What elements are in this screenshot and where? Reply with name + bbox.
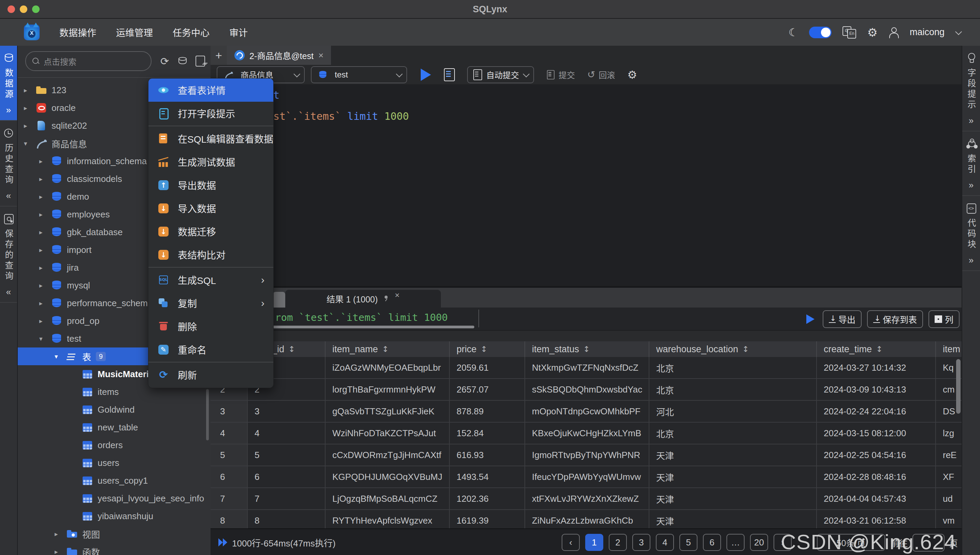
table-cell[interactable]: WziNhFoDTaKZCTPsAJut bbox=[325, 423, 450, 444]
table-cell[interactable]: IgmoRTtvpByTNpYWhPNR bbox=[525, 444, 649, 466]
row-number-cell[interactable]: 8 bbox=[211, 510, 248, 528]
table-cell[interactable]: 北京 bbox=[649, 379, 817, 401]
page-button[interactable]: … bbox=[727, 534, 745, 551]
context-menu-item[interactable]: 删除 bbox=[149, 315, 273, 338]
page-button[interactable]: 5 bbox=[679, 534, 697, 551]
rollback-button[interactable]: ↺ 回滚 bbox=[587, 69, 615, 80]
table-cell[interactable]: 天津 bbox=[649, 488, 817, 510]
table-cell[interactable]: 5 bbox=[248, 444, 325, 466]
table-cell[interactable]: 616.93 bbox=[450, 444, 525, 466]
table-cell[interactable]: 天津 bbox=[649, 510, 817, 528]
database-select[interactable]: test bbox=[311, 66, 407, 83]
table-cell[interactable]: 4 bbox=[248, 423, 325, 444]
page-button[interactable]: 1 bbox=[585, 534, 603, 551]
table-cell[interactable]: xtFXwLvJRYWzXnXZkewZ bbox=[525, 488, 649, 510]
tree-item[interactable]: ▸视图 bbox=[18, 525, 211, 543]
rail-tab-code-block[interactable]: 代码块» bbox=[962, 196, 980, 271]
table-cell[interactable]: gQaSvbTTSZgLuKkFJieK bbox=[325, 401, 450, 423]
vertical-scrollbar[interactable] bbox=[956, 359, 961, 414]
table-cell[interactable]: lzg bbox=[936, 423, 962, 444]
table-cell[interactable]: 2024-03-27 10:14:32 bbox=[817, 357, 936, 379]
tree-item[interactable]: users bbox=[18, 454, 211, 472]
column-header[interactable]: create_time↕ bbox=[817, 341, 936, 357]
rail-tab-index[interactable]: 索引» bbox=[962, 132, 980, 196]
page-button[interactable]: 6 bbox=[703, 534, 721, 551]
menubar-item[interactable]: 数据操作 bbox=[59, 26, 96, 39]
table-cell[interactable]: 1493.54 bbox=[450, 466, 525, 488]
table-row[interactable]: 44WziNhFoDTaKZCTPsAJut152.84KBxeOjuKwCHg… bbox=[211, 423, 962, 444]
table-cell[interactable]: RYTYhHevApfclsWgzvex bbox=[325, 510, 450, 528]
username[interactable]: maicong bbox=[910, 27, 945, 37]
table-cell[interactable]: 北京 bbox=[649, 357, 817, 379]
table-cell[interactable]: 天津 bbox=[649, 466, 817, 488]
context-menu-item[interactable]: 导出数据 bbox=[149, 173, 273, 197]
rail-tab-field-tips[interactable]: 字段提示» bbox=[962, 46, 980, 132]
table-cell[interactable]: 1619.39 bbox=[450, 510, 525, 528]
explain-plan-icon[interactable] bbox=[444, 68, 455, 81]
tree-item[interactable]: yesapi_lvyou_jee_seo_info bbox=[18, 489, 211, 507]
table-cell[interactable]: cCxDWORmzTgJjHmCAXtf bbox=[325, 444, 450, 466]
column-header[interactable]: warehouse_location↕ bbox=[649, 341, 817, 357]
hidden-tab-fragment[interactable] bbox=[273, 292, 285, 308]
table-cell[interactable]: 2024-03-15 08:12:00 bbox=[817, 423, 936, 444]
table-row[interactable]: 77LjOgzqBfMpSoBALqcmCZ1202.36xtFXwLvJRYW… bbox=[211, 488, 962, 510]
page-button[interactable]: 20 bbox=[750, 534, 768, 551]
table-cell[interactable]: 2059.61 bbox=[450, 357, 525, 379]
rerun-query-button[interactable] bbox=[806, 314, 815, 324]
commit-button[interactable]: 提交 bbox=[546, 69, 575, 80]
table-cell[interactable]: sSkSBQDbQhmDxwsbdYac bbox=[525, 379, 649, 401]
commit-mode-select[interactable]: 自动提交 bbox=[467, 66, 534, 83]
settings-gear-icon[interactable]: ⚙ bbox=[867, 26, 877, 39]
context-menu-item[interactable]: 生成SQL› bbox=[149, 268, 273, 292]
editor-tab-active[interactable]: 2-商品信息@test × bbox=[227, 46, 331, 65]
table-cell[interactable]: 6 bbox=[248, 466, 325, 488]
rail-tab-datasource[interactable]: 数据源» bbox=[0, 46, 17, 121]
table-cell[interactable]: XF bbox=[936, 466, 962, 488]
menubar-item[interactable]: 运维管理 bbox=[116, 26, 153, 39]
context-menu-item[interactable]: 表结构比对 bbox=[149, 243, 273, 266]
tree-item[interactable]: yibaiwanshuju bbox=[18, 507, 211, 525]
table-cell[interactable]: ud bbox=[936, 488, 962, 510]
tree-item[interactable]: Goldwind bbox=[18, 401, 211, 419]
context-menu-item[interactable]: 打开字段提示 bbox=[149, 102, 273, 125]
table-cell[interactable]: 2024-02-24 22:04:16 bbox=[817, 401, 936, 423]
table-cell[interactable]: 1202.36 bbox=[450, 488, 525, 510]
table-cell[interactable]: 河北 bbox=[649, 401, 817, 423]
context-menu-item[interactable]: 重命名 bbox=[149, 338, 273, 361]
page-button[interactable]: 3 bbox=[632, 534, 650, 551]
table-cell[interactable]: 北京 bbox=[649, 423, 817, 444]
table-cell[interactable]: 878.89 bbox=[450, 401, 525, 423]
context-menu-item[interactable]: 数据迁移 bbox=[149, 220, 273, 243]
context-menu-item[interactable]: 导入数据 bbox=[149, 197, 273, 220]
row-number-cell[interactable]: 7 bbox=[211, 488, 248, 510]
row-number-cell[interactable]: 3 bbox=[211, 401, 248, 423]
table-cell[interactable]: vm bbox=[936, 510, 962, 528]
columns-button[interactable]: 列 bbox=[929, 310, 959, 328]
menubar-item[interactable]: 任务中心 bbox=[173, 26, 210, 39]
table-cell[interactable]: iZoAGzWNMyEOAEbqpLbr bbox=[325, 357, 450, 379]
table-cell[interactable]: IfeucYDpPAWbYyqWUmvw bbox=[525, 466, 649, 488]
column-header[interactable]: item↕ bbox=[936, 341, 962, 357]
row-number-cell[interactable]: 6 bbox=[211, 466, 248, 488]
table-row[interactable]: 33gQaSvbTTSZgLuKkFJieK878.89mOpoNTdnpGcw… bbox=[211, 401, 962, 423]
column-header[interactable]: item_name↕ bbox=[325, 341, 450, 357]
table-cell[interactable]: 8 bbox=[248, 510, 325, 528]
export-structure-icon[interactable] bbox=[195, 56, 205, 67]
tree-scrollbar[interactable] bbox=[206, 389, 209, 440]
table-cell[interactable]: LjOgzqBfMpSoBALqcmCZ bbox=[325, 488, 450, 510]
context-menu-item[interactable]: 查看表详情 bbox=[149, 79, 273, 102]
tree-item[interactable]: orders bbox=[18, 436, 211, 454]
table-row[interactable]: 55cCxDWORmzTgJjHmCAXtf616.93IgmoRTtvpByT… bbox=[211, 444, 962, 466]
table-row[interactable]: 22lorgThBaFgxrmmnHykPW2657.07sSkSBQDbQhm… bbox=[211, 379, 962, 401]
table-row[interactable]: 88RYTYhHevApfclsWgzvex1619.39ZiNuFxAzzLz… bbox=[211, 510, 962, 528]
run-query-button[interactable] bbox=[421, 69, 431, 81]
editor-settings-gear-icon[interactable]: ⚙ bbox=[627, 68, 637, 81]
export-button[interactable]: 保存到表 bbox=[867, 310, 923, 328]
export-button[interactable]: 导出 bbox=[823, 310, 862, 328]
pin-icon[interactable] bbox=[383, 295, 389, 302]
page-button[interactable]: 4 bbox=[656, 534, 674, 551]
row-number-cell[interactable]: 5 bbox=[211, 444, 248, 466]
context-menu-item[interactable]: 在SQL编辑器查看数据 bbox=[149, 127, 273, 150]
table-cell[interactable]: ZiNuFxAzzLzbwraGKhCb bbox=[525, 510, 649, 528]
table-cell[interactable]: 2024-02-25 04:54:16 bbox=[817, 444, 936, 466]
